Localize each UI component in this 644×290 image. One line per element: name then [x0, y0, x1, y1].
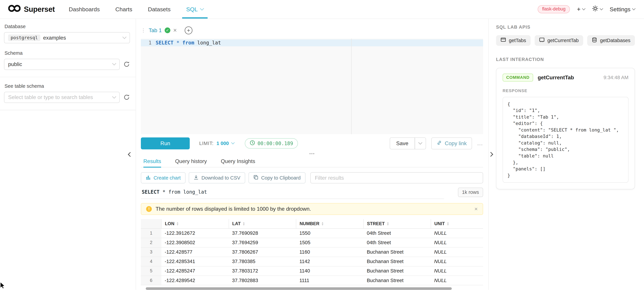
brand-name: Superset [24, 5, 55, 13]
sort-icon[interactable]: ▴▾ [322, 222, 323, 226]
nav-item-charts[interactable]: Charts [116, 0, 132, 18]
column-header-street[interactable]: STREET▴▾ [364, 219, 431, 229]
row-count-badge: 1k rows [458, 188, 483, 197]
sort-icon[interactable]: ▴▾ [177, 222, 178, 226]
cell-lon: -122.428577 [162, 247, 229, 257]
more-options-button[interactable]: ... [477, 140, 483, 147]
sort-icon[interactable]: ▴▾ [387, 222, 388, 226]
environment-badge: flask-debug [538, 5, 570, 13]
run-button[interactable]: Run [141, 137, 190, 149]
column-header-number[interactable]: NUMBER▴▾ [296, 219, 364, 229]
cell-unit: NULL [431, 257, 483, 266]
settings-menu[interactable]: Settings [610, 6, 635, 13]
cell-lat: 37.7806267 [229, 247, 296, 257]
table-row: 6-122.428954237.78028831111Buchanan Stre… [141, 276, 483, 285]
cell-lat: 37.7690928 [229, 229, 296, 238]
cell-lat: 37.7694259 [229, 238, 296, 247]
cell-number: 1160 [296, 247, 364, 257]
get-tabs-button[interactable]: getTabs [496, 35, 530, 46]
schema-label: Schema [4, 50, 130, 56]
table-header-row: LON▴▾ LAT▴▾ NUMBER▴▾ STREET▴▾ UNIT▴▾ [141, 219, 483, 229]
get-current-tab-button[interactable]: getCurrentTab [535, 35, 583, 46]
new-item-button[interactable]: + [577, 6, 585, 13]
chevron-down-icon [632, 7, 636, 10]
sort-icon[interactable]: ▴▾ [447, 222, 449, 226]
nav-item-sql[interactable]: SQL [186, 0, 204, 18]
close-warning-icon[interactable]: × [474, 206, 478, 212]
query-preview: SELECT * from long_lat [141, 188, 444, 199]
database-label: Database [4, 24, 130, 29]
copy-link-button[interactable]: Copy link [431, 137, 472, 149]
refresh-schema-icon[interactable] [123, 61, 130, 67]
collapse-sidebar-button[interactable] [128, 153, 132, 156]
database-icon [592, 37, 597, 44]
table-row: 4-122.428534137.7803851142Buchanan Stree… [141, 257, 483, 266]
collapse-panel-button[interactable] [489, 153, 492, 156]
column-header-lon[interactable]: LON▴▾ [162, 219, 229, 229]
results-toolbar: Create chart Download to CSV Copy to Cli… [141, 172, 483, 183]
drag-handle-icon[interactable]: ⋮ [141, 27, 146, 33]
cell-lon: -122.4285247 [162, 266, 229, 276]
window-icon [539, 37, 544, 44]
cell-street: 04th Street [364, 238, 431, 247]
row-number-header [141, 219, 162, 229]
table-row: 3-122.42857737.78062671160Buchanan Stree… [141, 247, 483, 257]
nav-item-datasets[interactable]: Datasets [148, 0, 171, 18]
tab-query-insights[interactable]: Query Insights [221, 155, 255, 167]
brand[interactable]: Superset [8, 4, 55, 14]
cell-unit: NULL [431, 229, 483, 238]
save-options-button[interactable] [415, 137, 426, 149]
pane-resize-handle[interactable] [141, 152, 483, 156]
cell-lon: -122.3912672 [162, 229, 229, 238]
cell-number: 1140 [296, 266, 364, 276]
save-button[interactable]: Save [390, 137, 415, 149]
row-number: 4 [141, 257, 162, 266]
theme-toggle-button[interactable] [592, 5, 603, 13]
tab-results[interactable]: Results [144, 155, 161, 167]
new-tab-button[interactable]: + [185, 26, 192, 34]
clock-icon [250, 140, 255, 147]
nav-item-dashboards[interactable]: Dashboards [69, 0, 100, 18]
column-header-lat[interactable]: LAT▴▾ [229, 219, 296, 229]
results-tabbar: Results Query history Query Insights [141, 155, 483, 167]
refresh-tables-icon[interactable] [123, 94, 130, 101]
response-json: { "id": "1", "title": "Tab 1", "editor":… [507, 101, 624, 179]
row-number: 2 [141, 238, 162, 247]
table-select[interactable]: Select table or type to search tables [4, 92, 120, 103]
filter-results-input[interactable] [310, 172, 483, 183]
sidebar-divider [0, 110, 136, 110]
create-chart-button[interactable]: Create chart [141, 172, 186, 183]
line-number: 1 [141, 39, 156, 46]
editor-tab[interactable]: ⋮ Tab 1 ✓ × [141, 27, 177, 33]
copy-clipboard-button[interactable]: Copy to Clipboard [248, 172, 306, 183]
tab-query-history[interactable]: Query history [175, 155, 207, 167]
row-number: 5 [141, 266, 162, 276]
row-number: 3 [141, 247, 162, 257]
database-select[interactable]: postgresql examples [4, 32, 130, 43]
cell-lon: -122.4289542 [162, 276, 229, 285]
top-navbar: Superset Dashboards Charts Datasets SQL … [0, 0, 644, 19]
chevron-down-icon [231, 141, 235, 144]
cell-unit: NULL [431, 276, 483, 285]
limit-dropdown[interactable]: LIMIT: 1 000 [199, 141, 234, 146]
schema-value: public [8, 61, 22, 67]
chevron-down-icon [200, 6, 204, 10]
print-margin-line [351, 38, 352, 134]
row-number: 6 [141, 276, 162, 285]
close-tab-icon[interactable]: × [173, 27, 177, 33]
sort-icon[interactable]: ▴▾ [243, 222, 244, 226]
download-csv-button[interactable]: Download to CSV [189, 172, 245, 183]
editor-tabbar: ⋮ Tab 1 ✓ × + [141, 24, 483, 36]
navbar-right: flask-debug + Settings [538, 5, 635, 13]
table-schema-label: See table schema [4, 83, 130, 89]
column-header-unit[interactable]: UNIT▴▾ [431, 219, 483, 229]
sql-editor[interactable]: 1 SELECT * from long_lat [141, 38, 483, 134]
cell-lat: 37.7803172 [229, 266, 296, 276]
row-limit-warning: ! The number of rows displayed is limite… [141, 203, 483, 215]
scrollbar-thumb[interactable] [146, 287, 452, 290]
window-icon [500, 37, 506, 44]
chevron-down-icon [582, 7, 586, 10]
schema-select[interactable]: public [4, 59, 120, 70]
get-databases-button[interactable]: getDatabases [587, 35, 635, 46]
link-icon [436, 140, 442, 147]
